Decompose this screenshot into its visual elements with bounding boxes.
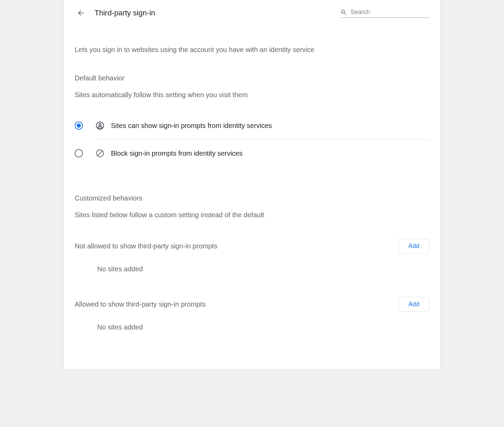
default-behavior-options: Sites can show sign-in prompts from iden… [75, 112, 429, 167]
svg-point-1 [99, 124, 101, 126]
not-allowed-label: Not allowed to show third-party sign-in … [75, 242, 217, 250]
svg-line-3 [98, 151, 102, 156]
allowed-section-header: Allowed to show third-party sign-in prom… [75, 297, 429, 312]
add-allowed-button[interactable]: Add [399, 297, 429, 312]
search-input[interactable] [351, 9, 430, 16]
settings-panel: Third-party sign-in Lets you sign in to … [64, 0, 440, 369]
content: Lets you sign in to websites using the a… [64, 25, 440, 331]
option-block-signin-prompts[interactable]: Block sign-in prompts from identity serv… [75, 140, 429, 167]
default-behavior-title: Default behavior [75, 74, 429, 82]
radio-selected-icon [75, 121, 83, 130]
option-label: Sites can show sign-in prompts from iden… [111, 122, 272, 130]
person-circle-icon [95, 121, 105, 130]
allowed-empty-text: No sites added [97, 323, 429, 331]
option-allow-signin-prompts[interactable]: Sites can show sign-in prompts from iden… [75, 112, 429, 139]
header: Third-party sign-in [64, 0, 440, 25]
arrow-back-icon [77, 9, 85, 17]
customized-behaviors-subtitle: Sites listed below follow a custom setti… [75, 211, 429, 219]
search-container[interactable] [340, 9, 429, 18]
block-icon [95, 148, 105, 158]
back-button[interactable] [75, 7, 87, 19]
page-title: Third-party sign-in [94, 9, 340, 17]
allowed-label: Allowed to show third-party sign-in prom… [75, 300, 205, 308]
add-not-allowed-button[interactable]: Add [399, 239, 429, 254]
radio-unselected-icon [75, 149, 83, 157]
search-icon [340, 9, 347, 16]
not-allowed-section-header: Not allowed to show third-party sign-in … [75, 239, 429, 254]
option-label: Block sign-in prompts from identity serv… [111, 150, 243, 157]
customized-behaviors-title: Customized behaviors [75, 194, 429, 202]
default-behavior-subtitle: Sites automatically follow this setting … [75, 91, 429, 99]
page-description: Lets you sign in to websites using the a… [75, 46, 429, 54]
not-allowed-empty-text: No sites added [97, 265, 429, 273]
